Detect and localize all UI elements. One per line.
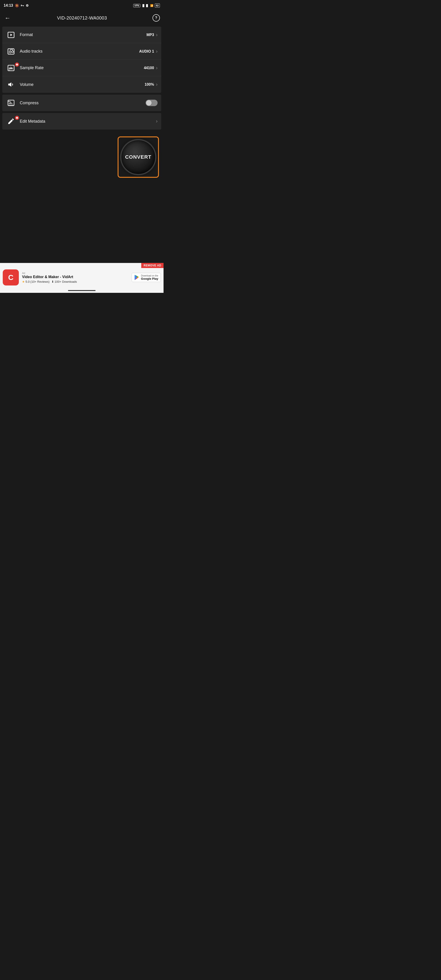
menu-item-format[interactable]: Format MP3 › (2, 27, 161, 43)
svg-text:Hz: Hz (9, 69, 10, 70)
menu-item-volume[interactable]: Volume 100% › (2, 76, 161, 93)
google-play-main: Google Play (141, 277, 158, 281)
status-bar: 14:13 🔕 🗝 ⚙ VPN ▐▌▐▌ 📶 82 (0, 0, 164, 11)
sample-rate-icon: Hz (6, 63, 16, 73)
edit-metadata-label: Edit Metadata (20, 119, 156, 124)
volume-icon (6, 80, 16, 89)
empty-space (0, 182, 164, 263)
sample-rate-value: 44100 (144, 66, 154, 70)
google-play-button[interactable]: Download on the Google Play (132, 273, 161, 282)
sample-rate-chevron: › (156, 65, 158, 71)
star-icon: ★ (22, 280, 25, 283)
edit-metadata-icon (6, 116, 16, 126)
svg-marker-1 (10, 33, 12, 36)
top-bar: ← VID-20240712-WA0003 ? (0, 11, 164, 25)
svg-point-7 (12, 51, 14, 52)
audio-tracks-icon (6, 46, 16, 57)
ad-label: Ad (22, 272, 129, 274)
menu-section-1: Format MP3 › Audio tracks AUDIO 1 › (2, 27, 161, 93)
ad-app-icon: C (3, 269, 19, 285)
volume-chevron: › (156, 81, 158, 88)
format-icon (6, 30, 16, 40)
compress-toggle[interactable] (146, 100, 158, 106)
audio-tracks-chevron: › (156, 48, 158, 54)
key-icon: 🗝 (21, 4, 24, 7)
svg-point-3 (9, 51, 11, 53)
menu-item-edit-metadata[interactable]: Edit Metadata › (2, 113, 161, 129)
signal-icon: ▐▌▐▌ (142, 4, 149, 7)
ad-app-name: Video Editor & Maker - VidArt (22, 275, 129, 279)
ad-rating-value: 5.0 (25, 280, 30, 283)
ad-reviews: (10+ Reviews) (30, 280, 49, 283)
menu-section-3: Edit Metadata › (2, 113, 161, 129)
ad-downloads: ⬇ 100+ Downloads (51, 280, 77, 283)
menu-item-compress[interactable]: Compress (2, 95, 161, 111)
svg-marker-18 (8, 83, 11, 87)
toggle-thumb (146, 100, 151, 106)
svg-line-5 (10, 49, 13, 49)
edit-metadata-chevron: › (156, 118, 158, 124)
google-play-icon (134, 275, 140, 280)
format-chevron: › (156, 32, 158, 38)
convert-button-wrapper[interactable]: CONVERT (118, 137, 159, 178)
volume-value: 100% (145, 83, 154, 87)
sample-rate-badge (15, 62, 19, 67)
convert-button[interactable]: CONVERT (120, 139, 157, 175)
vpn-badge: VPN (133, 4, 140, 7)
ad-info: Ad Video Editor & Maker - VidArt ★ 5.0 (… (22, 272, 129, 283)
menu-item-sample-rate[interactable]: Hz Sample Rate 44100 › (2, 60, 161, 76)
volume-label: Volume (20, 82, 145, 87)
convert-area: CONVERT (0, 132, 164, 182)
edit-metadata-badge (15, 116, 19, 120)
back-button[interactable]: ← (4, 14, 11, 22)
downloads-value: 100+ Downloads (55, 280, 77, 283)
menu-section-2: Compress (2, 95, 161, 111)
google-play-sub: Download on the (141, 274, 158, 277)
menu-item-audio-tracks[interactable]: Audio tracks AUDIO 1 › (2, 43, 161, 60)
help-button[interactable]: ? (153, 14, 160, 22)
status-time: 14:13 (4, 3, 13, 8)
google-play-text: Download on the Google Play (141, 274, 158, 281)
download-icon: ⬇ (51, 280, 54, 283)
ad-content: C Ad Video Editor & Maker - VidArt ★ 5.0… (0, 263, 164, 288)
home-bar (68, 290, 96, 291)
page-title: VID-20240712-WA0003 (57, 15, 107, 21)
wifi-icon: 📶 (150, 4, 153, 7)
ad-rating: ★ 5.0 (10+ Reviews) (22, 280, 49, 283)
remove-ad-button[interactable]: REMOVE AD (141, 263, 164, 268)
home-indicator (0, 288, 164, 293)
audio-tracks-value: AUDIO 1 (139, 49, 154, 54)
status-left: 14:13 🔕 🗝 ⚙ (4, 3, 29, 8)
ad-container: REMOVE AD C Ad Video Editor & Maker - Vi… (0, 263, 164, 288)
status-right: VPN ▐▌▐▌ 📶 82 (133, 3, 160, 8)
audio-tracks-label: Audio tracks (20, 49, 139, 54)
settings-icon: ⚙ (26, 4, 29, 7)
format-label: Format (20, 32, 146, 37)
format-value: MP3 (146, 33, 154, 37)
battery-icon: 82 (155, 3, 160, 8)
compress-icon (6, 98, 16, 108)
compress-label: Compress (20, 100, 146, 105)
ad-meta: ★ 5.0 (10+ Reviews) ⬇ 100+ Downloads (22, 280, 129, 283)
no-disturb-icon: 🔕 (15, 4, 19, 7)
convert-label: CONVERT (125, 154, 151, 160)
sample-rate-label: Sample Rate (20, 65, 144, 70)
